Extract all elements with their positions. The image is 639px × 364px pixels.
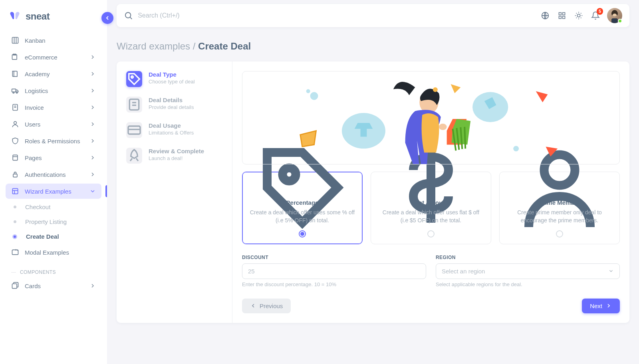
svg-point-44 [513,146,519,151]
svg-point-9 [16,92,18,93]
sidebar-sub-property-listing[interactable]: Property Listing [6,215,101,228]
sidebar-item-wizard-examples[interactable]: Wizard Examples [6,184,101,199]
step-subtitle: Launch a deal! [149,155,204,161]
discount-input[interactable] [242,263,426,279]
sidebar-item-ecommerce[interactable]: eCommerce [6,49,101,65]
sidebar-item-roles-permissions[interactable]: Roles & Permissions [6,133,101,148]
sidebar-item-cards[interactable]: Cards [6,278,101,293]
deal-type-flat-amount[interactable]: Flat Amount Create a deal which offer us… [371,172,491,244]
search-icon [124,11,133,20]
region-field-group: REGION Select an region Select applicabl… [436,255,620,287]
search-input[interactable] [138,12,540,19]
kanban-icon [11,36,19,44]
svg-rect-20 [12,250,18,255]
search-area[interactable] [124,11,540,20]
step-deal-type[interactable]: Deal Type Choose type of deal [126,71,222,87]
svg-point-29 [577,14,580,17]
region-select[interactable]: Select an region [436,263,620,279]
svg-point-32 [131,76,133,78]
language-button[interactable] [540,10,550,21]
step-deal-details[interactable]: Deal Details Provide deal details [126,97,222,113]
svg-rect-21 [12,284,17,289]
sidebar-sub-label: Checkout [25,204,50,210]
illustration [242,71,620,164]
cart-icon [11,53,19,61]
sidebar-item-label: Authentications [25,171,66,178]
region-help: Select applicable regions for the deal. [436,281,620,287]
breadcrumb-parent[interactable]: Wizard examples [117,41,190,51]
next-button[interactable]: Next [582,299,620,313]
notification-badge: 5 [597,8,603,15]
page-icon [11,154,19,162]
wizard-icon [11,187,19,195]
chevron-right-icon [89,71,96,77]
section-label-components: COMPONENTS [6,261,101,278]
svg-rect-25 [559,13,562,15]
grid-icon [558,12,566,20]
chevron-down-icon [89,188,96,194]
discount-field-group: DISCOUNT Enter the discount percentage. … [242,255,426,287]
svg-point-8 [13,92,14,93]
svg-rect-26 [563,13,565,15]
lock-icon [11,170,19,178]
step-deal-usage[interactable]: Deal Usage Limitations & Offers [126,122,222,138]
svg-marker-45 [536,91,548,103]
sun-icon [574,11,583,20]
step-title: Deal Details [149,97,194,103]
sidebar-item-invoice[interactable]: Invoice [6,100,101,115]
sidebar-collapse-button[interactable] [101,12,113,24]
modal-icon [11,248,19,256]
truck-icon [11,87,19,95]
previous-button[interactable]: Previous [242,299,291,313]
sidebar-sub-create-deal[interactable]: Create Deal [6,230,101,243]
svg-point-49 [439,124,447,130]
svg-point-38 [306,89,310,93]
sidebar-item-label: Users [25,121,40,128]
apps-button[interactable] [557,10,567,21]
avatar[interactable] [607,8,622,23]
sidebar-item-label: Wizard Examples [25,188,71,195]
notifications-button[interactable]: 5 [590,10,601,21]
sidebar-item-label: Roles & Permissions [25,138,80,144]
sidebar-item-label: Modal Examples [25,249,69,256]
brand-name: sneat [26,11,50,22]
svg-rect-3 [12,55,17,59]
svg-rect-16 [13,174,17,177]
breadcrumb: Wizard examples / Create Deal [117,41,629,52]
step-review-complete[interactable]: Review & Complete Launch a deal! [126,148,222,164]
svg-point-48 [433,87,438,92]
sidebar-sub-checkout[interactable]: Checkout [6,200,101,214]
sidebar-item-modal-examples[interactable]: Modal Examples [6,245,101,260]
region-label: REGION [436,255,620,260]
sidebar-item-label: Logistics [25,87,48,94]
tag-icon [126,71,142,87]
step-title: Deal Usage [149,122,194,129]
deal-type-prime-member[interactable]: Prime Member Create prime member only de… [499,172,620,244]
svg-rect-7 [12,89,16,92]
theme-button[interactable] [574,10,584,21]
svg-rect-28 [563,16,565,19]
step-subtitle: Limitations & Offers [149,130,194,136]
sidebar-item-label: Cards [25,283,41,289]
brand-logo-icon [9,10,21,22]
sidebar-item-kanban[interactable]: Kanban [6,33,101,48]
globe-icon [541,11,550,20]
user-icon [11,120,19,128]
brand[interactable]: sneat [6,8,101,33]
chevron-left-icon [250,303,256,309]
cards-icon [11,282,19,290]
sidebar-item-users[interactable]: Users [6,117,101,132]
sidebar-item-pages[interactable]: Pages [6,150,101,165]
sidebar-item-academy[interactable]: Academy [6,66,101,81]
sidebar-item-label: Invoice [25,104,44,111]
sidebar-item-authentications[interactable]: Authentications [6,167,101,182]
svg-rect-0 [12,38,18,44]
sidebar-item-logistics[interactable]: Logistics [6,83,101,98]
deal-type-desc: Create prime member only deal to encoura… [507,208,612,225]
chevron-right-icon [89,104,96,111]
svg-point-50 [283,168,296,181]
sidebar-item-label: Academy [25,71,50,77]
wizard-card: Deal Type Choose type of deal Deal Detai… [117,61,629,323]
steps-panel: Deal Type Choose type of deal Deal Detai… [117,61,232,323]
deal-type-percentage[interactable]: Percentage Create a deal which offer use… [242,172,363,244]
